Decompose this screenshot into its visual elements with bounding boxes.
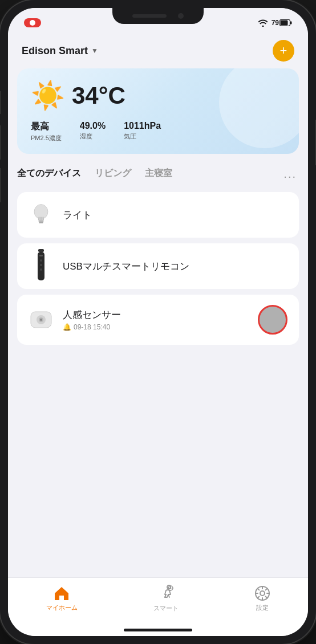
pm25-stat: 最高 PM2.5濃度 bbox=[31, 121, 62, 142]
app-content: Edison Smart ▼ + ☀️ 34°C 最高 PM2.5濃度 bbox=[8, 33, 308, 577]
svg-line-35 bbox=[257, 597, 259, 598]
tabs-section: 全てのデバイス リビング 主寝室 ... bbox=[8, 163, 308, 192]
home-indicator-bar bbox=[8, 626, 308, 636]
motion-sensor-icon-wrap bbox=[29, 307, 54, 332]
tabs-row: 全てのデバイス リビング 主寝室 ... bbox=[17, 163, 299, 185]
svg-point-12 bbox=[40, 259, 42, 262]
sun-icon: ☀️ bbox=[31, 80, 65, 112]
smart-nav-icon bbox=[158, 585, 174, 602]
front-camera bbox=[178, 13, 184, 19]
svg-rect-11 bbox=[39, 255, 43, 256]
svg-line-33 bbox=[265, 597, 267, 598]
motion-sensor-device-info: 人感センサー 🔔 09-18 15:40 bbox=[63, 308, 249, 331]
temperature: 34°C bbox=[72, 82, 125, 109]
light-device-name: ライト bbox=[63, 209, 287, 222]
svg-rect-9 bbox=[38, 249, 44, 252]
svg-line-34 bbox=[265, 589, 267, 590]
usb-remote-icon bbox=[35, 249, 47, 283]
svg-point-18 bbox=[40, 319, 42, 321]
pressure-value: 1011hPa bbox=[124, 121, 161, 131]
motion-sensor-device-name: 人感センサー bbox=[63, 308, 249, 321]
svg-rect-1 bbox=[290, 22, 292, 25]
nav-item-home[interactable]: マイホーム bbox=[35, 583, 89, 614]
svg-point-21 bbox=[169, 588, 171, 589]
weather-main: ☀️ 34°C bbox=[31, 80, 285, 112]
phone-screen: 79 Edison Smart ▼ + bbox=[8, 8, 308, 636]
usb-remote-icon-wrap bbox=[29, 254, 54, 279]
svg-rect-5 bbox=[39, 222, 43, 223]
light-bulb-icon bbox=[31, 202, 51, 227]
svg-point-27 bbox=[260, 591, 265, 596]
status-right: 79 bbox=[258, 19, 292, 27]
tab-bedroom[interactable]: 主寝室 bbox=[138, 163, 179, 185]
tab-all-devices[interactable]: 全てのデバイス bbox=[17, 163, 88, 185]
svg-rect-2 bbox=[281, 21, 288, 26]
device-card-usb-remote[interactable]: USBマルチスマートリモコン bbox=[17, 243, 299, 289]
record-indicator bbox=[24, 18, 41, 27]
home-nav-icon bbox=[54, 585, 70, 601]
pm25-label: PM2.5濃度 bbox=[31, 134, 62, 142]
dropdown-arrow-icon: ▼ bbox=[91, 47, 98, 55]
home-indicator bbox=[124, 629, 192, 631]
home-nav-label: マイホーム bbox=[46, 604, 78, 612]
weather-card: ☀️ 34°C 最高 PM2.5濃度 49.0% 湿度 1011hPa 気圧 bbox=[17, 68, 299, 154]
tabs-more-icon[interactable]: ... bbox=[281, 163, 299, 185]
battery-indicator: 79 bbox=[272, 19, 292, 27]
settings-nav-icon bbox=[254, 585, 270, 601]
light-icon-wrap bbox=[29, 202, 54, 227]
motion-sensor-status-button[interactable] bbox=[258, 305, 287, 335]
bell-icon: 🔔 bbox=[63, 323, 71, 331]
humidity-stat: 49.0% 湿度 bbox=[80, 121, 106, 142]
humidity-value: 49.0% bbox=[80, 121, 106, 131]
speaker bbox=[132, 14, 167, 18]
svg-line-32 bbox=[257, 589, 259, 590]
svg-point-3 bbox=[34, 205, 48, 219]
light-device-info: ライト bbox=[63, 209, 287, 222]
bottom-nav: マイホーム スマート bbox=[8, 577, 308, 626]
device-card-motion-sensor[interactable]: 人感センサー 🔔 09-18 15:40 bbox=[17, 295, 299, 345]
pressure-stat: 1011hPa 気圧 bbox=[124, 121, 161, 142]
nav-item-settings[interactable]: 設定 bbox=[243, 583, 282, 614]
record-dot bbox=[30, 20, 35, 26]
svg-point-13 bbox=[40, 264, 42, 266]
device-card-light[interactable]: ライト bbox=[17, 192, 299, 238]
smart-nav-label: スマート bbox=[153, 604, 179, 613]
settings-nav-label: 設定 bbox=[256, 604, 269, 612]
app-header: Edison Smart ▼ + bbox=[8, 33, 308, 66]
motion-sensor-icon bbox=[29, 307, 54, 332]
humidity-label: 湿度 bbox=[80, 132, 106, 141]
notch bbox=[112, 8, 204, 24]
pm25-value: 最高 bbox=[31, 121, 62, 133]
tab-living[interactable]: リビング bbox=[88, 163, 138, 185]
battery-icon bbox=[279, 19, 292, 26]
usb-remote-device-name: USBマルチスマートリモコン bbox=[63, 260, 287, 273]
home-title[interactable]: Edison Smart ▼ bbox=[22, 45, 98, 57]
content-spacer bbox=[8, 349, 308, 577]
pressure-label: 気圧 bbox=[124, 132, 161, 141]
svg-point-14 bbox=[40, 268, 42, 271]
motion-sensor-timestamp: 09-18 15:40 bbox=[74, 323, 110, 331]
nav-item-smart[interactable]: スマート bbox=[142, 582, 190, 615]
status-left bbox=[24, 18, 41, 27]
usb-remote-device-info: USBマルチスマートリモコン bbox=[63, 260, 287, 273]
phone-frame: 79 Edison Smart ▼ + bbox=[0, 0, 316, 644]
wifi-icon bbox=[258, 19, 268, 27]
motion-sensor-sub: 🔔 09-18 15:40 bbox=[63, 323, 249, 331]
home-title-text: Edison Smart bbox=[22, 45, 88, 57]
add-button[interactable]: + bbox=[273, 40, 294, 62]
svg-rect-4 bbox=[38, 220, 43, 222]
device-list: ライト bbox=[8, 192, 308, 349]
weather-stats: 最高 PM2.5濃度 49.0% 湿度 1011hPa 気圧 bbox=[31, 121, 285, 142]
